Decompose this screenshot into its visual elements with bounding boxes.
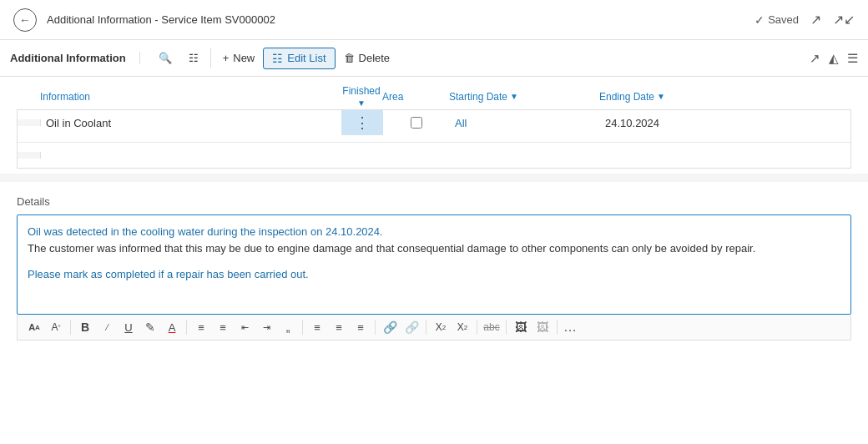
back-button[interactable]: ← (13, 8, 37, 32)
row-selector-empty (18, 152, 41, 159)
spacer (0, 174, 868, 182)
sep-1 (70, 320, 71, 335)
sep-4 (375, 320, 376, 335)
row-selector[interactable] (18, 119, 41, 126)
saved-status: ✓ Saved (754, 13, 799, 27)
delete-button[interactable]: 🗑 Delete (336, 48, 399, 68)
sep-2 (186, 320, 187, 335)
sep-3 (302, 320, 303, 335)
indent-more-button[interactable]: ⇥ (256, 318, 276, 336)
cell-information: Oil in Coolant (41, 114, 341, 133)
delete-icon: 🗑 (344, 52, 355, 64)
cell-dots[interactable]: ⋮ (341, 110, 383, 135)
superscript-button[interactable]: X2 (431, 318, 451, 336)
top-bar-actions: ✓ Saved ↗ ↗↙ (754, 12, 855, 28)
layout-button[interactable]: ☷ (180, 48, 207, 68)
text-align-center-button[interactable]: ≡ (307, 318, 327, 336)
cell-ending-date (18, 135, 41, 142)
table-empty-row (18, 143, 850, 168)
sep-5 (426, 320, 426, 335)
highlight-button[interactable]: ✎ (140, 318, 160, 336)
data-table: Oil in Coolant ⋮ All 24.10.2024 (17, 109, 851, 169)
edit-list-button[interactable]: ☷ Edit List (263, 48, 335, 69)
text-align-justify-button[interactable]: ≡ (351, 318, 371, 336)
text-line-1: Oil was detected in the cooling water du… (28, 224, 840, 240)
col-starting-date: Starting Date ▼ (449, 85, 599, 108)
new-button[interactable]: + New (214, 48, 264, 68)
cell-finished[interactable] (383, 114, 450, 132)
italic-button[interactable]: / (97, 318, 117, 336)
text-editor[interactable]: Oil was detected in the cooling water du… (17, 214, 851, 315)
align-left-button[interactable]: ≡ (191, 318, 211, 336)
filter-icon[interactable]: ◭ (829, 51, 839, 66)
col-ending-date: Ending Date ▼ (599, 85, 749, 108)
plus-icon: + (223, 52, 230, 64)
text-line-4: Please mark as completed if a repair has… (28, 266, 840, 283)
share-icon[interactable]: ↗ (810, 51, 820, 66)
check-icon: ✓ (754, 13, 765, 27)
indent-less-button[interactable]: ⇤ (235, 318, 255, 336)
col-headers: Information Finished ▼ Area Starting Dat… (17, 82, 851, 109)
unlink-button[interactable]: 🔗 (401, 318, 421, 336)
row-context-icon: ⋮ (355, 114, 371, 132)
sep1 (210, 48, 211, 68)
col-finished: Finished ▼ (341, 85, 382, 108)
cell-area: All (450, 114, 600, 133)
subscript-button[interactable]: X2 (452, 318, 472, 336)
bold-button[interactable]: B (75, 318, 95, 336)
font-size-small-button[interactable]: AA (24, 318, 44, 336)
list-button[interactable]: ≡ (213, 318, 233, 336)
finished-filter-icon[interactable]: ▼ (357, 98, 366, 108)
editor-toolbar: AA A° B / U ✎ A ≡ ≡ ⇤ ⇥ „ ≡ ≡ ≡ 🔗 🔗 X2 X… (17, 315, 851, 341)
image2-button[interactable]: 🖼 (532, 318, 553, 336)
text-spacer (28, 256, 840, 266)
finished-checkbox[interactable] (411, 117, 422, 129)
toolbar: Additional Information 🔍 ☷ + New ☷ Edit … (0, 40, 868, 77)
details-label: Details (17, 195, 851, 208)
more-button[interactable]: … (563, 320, 577, 335)
image-button[interactable]: 🖼 (511, 318, 531, 336)
toolbar-right: ↗ ◭ ☰ (810, 51, 858, 66)
quote-button[interactable]: „ (278, 318, 298, 336)
text-align-right-button[interactable]: ≡ (329, 318, 349, 336)
external-link-icon[interactable]: ↗ (810, 12, 821, 28)
link-button[interactable]: 🔗 (380, 318, 400, 336)
sep-6 (477, 320, 477, 335)
text-line-2: The customer was informed that this may … (28, 240, 840, 257)
strikethrough-button[interactable]: abc (482, 318, 502, 336)
table-row: Oil in Coolant ⋮ All 24.10.2024 (18, 110, 850, 143)
edit-list-icon: ☷ (272, 52, 283, 65)
layout-icon: ☷ (189, 52, 199, 64)
top-bar-title: Additional Information - Service Item SV… (47, 13, 744, 26)
table-area: Information Finished ▼ Area Starting Dat… (0, 82, 868, 169)
expand-icon[interactable]: ↗↙ (833, 12, 855, 28)
ending-date-filter-icon[interactable]: ▼ (657, 92, 665, 101)
search-icon: 🔍 (159, 52, 172, 64)
cell-starting-date: 24.10.2024 (600, 114, 750, 133)
menu-icon[interactable]: ☰ (847, 51, 858, 66)
font-size-super-button[interactable]: A° (46, 318, 66, 336)
search-button[interactable]: 🔍 (150, 48, 180, 68)
font-color-button[interactable]: A (162, 318, 182, 336)
sep-8 (557, 320, 558, 335)
top-bar: ← Additional Information - Service Item … (0, 0, 868, 40)
toolbar-title: Additional Information (10, 52, 140, 64)
sep-7 (506, 320, 507, 335)
details-section: Details Oil was detected in the cooling … (0, 182, 868, 347)
starting-date-filter-icon[interactable]: ▼ (510, 92, 518, 101)
col-area: Area (382, 85, 449, 108)
underline-button[interactable]: U (119, 318, 139, 336)
col-information: Information (40, 85, 341, 108)
